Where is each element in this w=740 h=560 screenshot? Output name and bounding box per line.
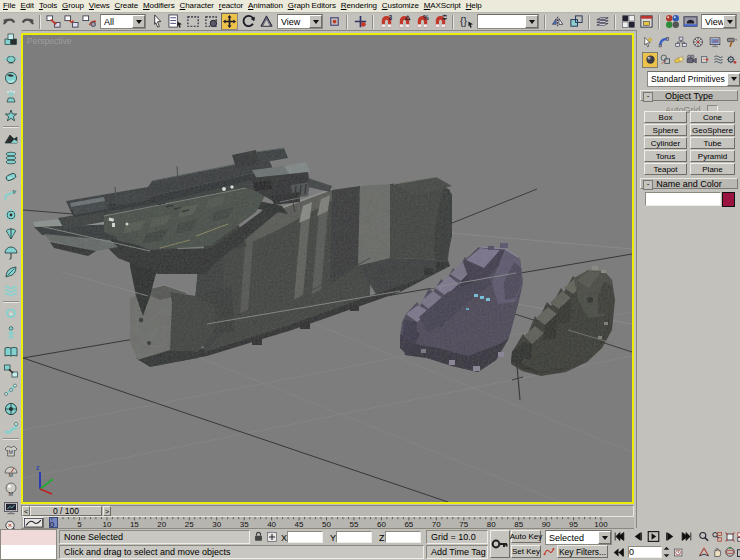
menu-file[interactable]: File [0, 0, 18, 12]
dropdown-arrow-icon[interactable] [598, 531, 611, 544]
left-toolbar-monitor-button[interactable] [2, 498, 20, 517]
set-key-button[interactable]: Set Key [511, 545, 541, 558]
selected-dropdown[interactable]: Selected [545, 530, 612, 545]
layer-manager-button[interactable] [594, 14, 610, 30]
previous-frame-button[interactable] [630, 530, 644, 543]
tab-hierarchy[interactable] [674, 35, 687, 48]
tab-utilities[interactable] [725, 35, 738, 48]
menu-help[interactable]: Help [463, 0, 484, 12]
dropdown-arrow-icon[interactable] [723, 15, 736, 28]
align-button[interactable] [568, 14, 584, 30]
render-type-dropdown[interactable]: View [701, 14, 737, 29]
collapse-icon[interactable]: - [643, 92, 653, 102]
category-helpers[interactable] [699, 53, 711, 66]
track-bar[interactable]: 0510152025303540455055606570758085909510… [21, 517, 634, 529]
menu-character[interactable]: Character [177, 0, 216, 12]
name-color-rollout-header[interactable]: - Name and Color [640, 178, 738, 189]
left-toolbar-leaf-button[interactable] [2, 262, 20, 281]
dropdown-arrow-icon[interactable] [309, 15, 322, 28]
percent-snap-toggle-button[interactable]: % [414, 14, 430, 30]
menu-graph-editors[interactable]: Graph Editors [285, 0, 338, 12]
left-toolbar-fountain-button[interactable] [2, 87, 20, 106]
create-plane-button[interactable]: Plane [690, 163, 735, 175]
mirror-button[interactable] [550, 14, 566, 30]
left-toolbar-terrain-button[interactable] [2, 129, 20, 148]
collapse-icon[interactable]: - [643, 180, 653, 190]
schematic-view-button[interactable] [638, 14, 654, 30]
zoom-button[interactable] [697, 530, 710, 543]
select-and-move-button[interactable] [221, 13, 238, 30]
time-slider-prev-button[interactable]: < [22, 506, 30, 516]
create-pyramid-button[interactable]: Pyramid [690, 150, 735, 162]
zoom-all-button[interactable] [710, 530, 723, 543]
menu-maxscript[interactable]: MAXScript [421, 0, 463, 12]
tab-modify[interactable] [657, 35, 670, 48]
left-toolbar-gear-button[interactable] [2, 205, 20, 224]
create-tube-button[interactable]: Tube [690, 137, 735, 149]
angle-snap-toggle-button[interactable] [396, 14, 412, 30]
menu-animation[interactable]: Animation [246, 0, 286, 12]
left-toolbar-ballm-button[interactable]: M [2, 479, 20, 498]
left-toolbar-book-button[interactable] [2, 342, 20, 361]
create-geosphere-button[interactable]: GeoSphere [690, 124, 735, 136]
zoom-extents-all-button[interactable] [735, 530, 740, 543]
left-toolbar-bones-button[interactable] [2, 380, 20, 399]
left-toolbar-spindle-button[interactable] [2, 224, 20, 243]
edit-named-selection-sets-button[interactable]: {} [458, 14, 474, 30]
select-and-rotate-button[interactable] [240, 14, 256, 30]
select-by-name-button[interactable] [167, 14, 183, 30]
z-coord-field[interactable] [385, 531, 421, 543]
scripting-pane[interactable] [1, 545, 56, 559]
frame-spinner[interactable] [663, 546, 670, 558]
curve-editor-button[interactable] [620, 14, 636, 30]
menu-views[interactable]: Views [86, 0, 112, 12]
tab-display[interactable] [708, 35, 721, 48]
render-scene-button[interactable] [682, 14, 698, 30]
select-and-manipulate-button[interactable] [352, 14, 368, 30]
tab-create[interactable] [640, 35, 653, 48]
select-and-link-button[interactable] [45, 14, 61, 30]
create-box-button[interactable]: Box [644, 111, 687, 123]
tab-motion[interactable] [691, 35, 704, 48]
rectangular-selection-region-button[interactable] [185, 14, 201, 30]
left-toolbar-capsule-button[interactable] [2, 167, 20, 186]
category-systems[interactable] [726, 53, 738, 66]
menu-edit[interactable]: Edit [18, 0, 36, 12]
object-name-field[interactable] [645, 192, 721, 206]
menu-create[interactable]: Create [112, 0, 140, 12]
left-toolbar-linkcubes-button[interactable] [2, 361, 20, 380]
go-to-start-button[interactable] [612, 530, 627, 543]
object-color-swatch[interactable] [722, 192, 735, 207]
menu-rendering[interactable]: Rendering [338, 0, 379, 12]
select-object-button[interactable] [149, 14, 165, 30]
add-time-tag[interactable]: Add Time Tag [426, 545, 488, 559]
selection-filter-dropdown[interactable]: All [100, 14, 146, 29]
category-cameras[interactable] [686, 53, 698, 66]
bind-to-space-warp-button[interactable] [81, 14, 97, 30]
named-selection-sets-dropdown[interactable] [477, 14, 539, 29]
left-toolbar-waves-button[interactable] [2, 281, 20, 300]
default-in-out-tangent-icon[interactable] [543, 546, 555, 558]
snap-toggle-3d-button[interactable]: 3 [378, 14, 394, 30]
field-of-view-button[interactable] [697, 545, 710, 558]
menu-modifiers[interactable]: Modifiers [141, 0, 178, 12]
time-slider-next-button[interactable]: > [103, 506, 111, 516]
left-toolbar-shirt-button[interactable]: M [2, 441, 20, 460]
next-frame-button[interactable] [663, 530, 677, 543]
category-space-warps[interactable] [713, 53, 725, 66]
left-toolbar-gauge-button[interactable]: M [2, 460, 20, 479]
set-key-mode-button[interactable] [490, 530, 510, 558]
y-coord-field[interactable] [336, 531, 372, 543]
create-cylinder-button[interactable]: Cylinder [644, 137, 687, 149]
create-torus-button[interactable]: Torus [644, 150, 687, 162]
selection-lock-icon[interactable] [253, 531, 264, 543]
undo-button[interactable] [1, 14, 17, 30]
create-teapot-button[interactable]: Teapot [644, 163, 687, 175]
left-toolbar-worm-button[interactable] [2, 418, 20, 437]
left-toolbar-springs-button[interactable] [2, 148, 20, 167]
left-toolbar-wheel-button[interactable] [2, 399, 20, 418]
time-slider-handle[interactable]: 0 / 100 [30, 506, 102, 516]
key-filters-button[interactable]: Key Filters... [557, 545, 608, 558]
category-shapes[interactable] [659, 53, 671, 66]
auto-key-button[interactable]: Auto Key [511, 530, 541, 543]
